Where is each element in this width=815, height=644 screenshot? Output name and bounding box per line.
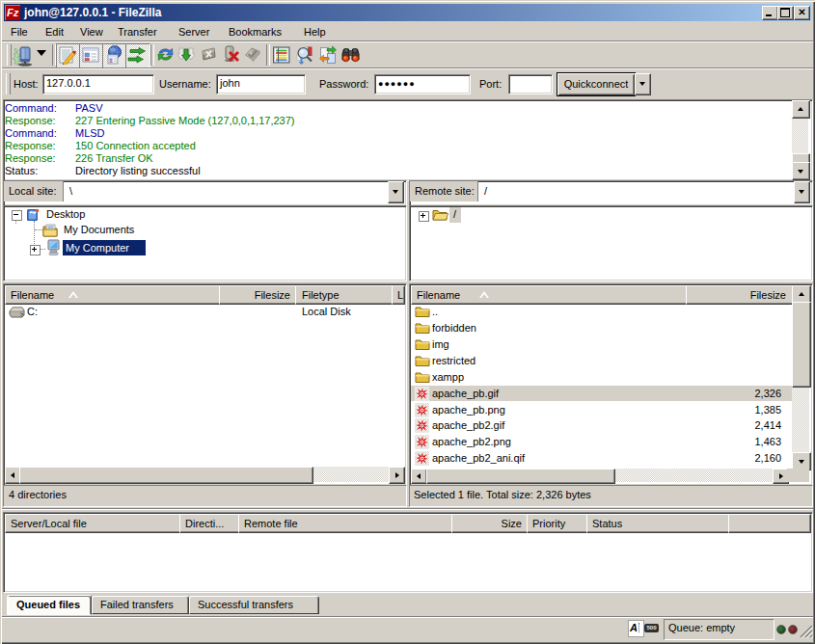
svg-text:Fz: Fz	[7, 7, 19, 18]
